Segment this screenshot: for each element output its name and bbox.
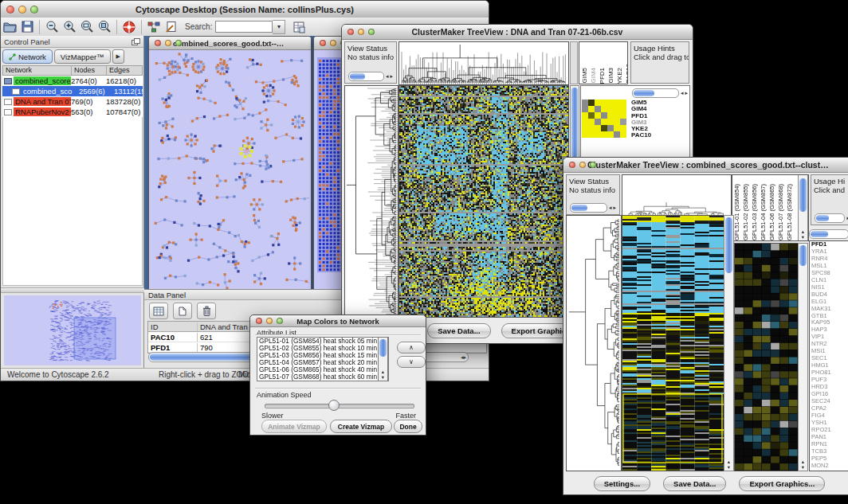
scroll-left-icon[interactable]: ◂ bbox=[681, 90, 684, 96]
move-up-button[interactable]: ∧ bbox=[397, 342, 426, 354]
column-label[interactable]: GPL51-07 (GSM868) bbox=[776, 184, 785, 240]
zoom-window-icon[interactable] bbox=[368, 29, 375, 35]
listbox-scrollbar[interactable]: ▴▾ bbox=[378, 337, 388, 381]
scrollbar-track[interactable] bbox=[570, 203, 607, 213]
new-attribute-button[interactable] bbox=[173, 303, 192, 319]
minimize-icon[interactable] bbox=[266, 318, 273, 324]
column-label[interactable]: GIM5 bbox=[581, 68, 589, 84]
column-label[interactable]: GIM4 bbox=[590, 68, 598, 84]
minimize-icon[interactable] bbox=[165, 40, 171, 46]
scroll-arrows-icon[interactable]: ▴▾ bbox=[724, 459, 733, 470]
column-network[interactable]: Network bbox=[3, 66, 72, 75]
main-titlebar[interactable]: Cytoscape Desktop (Session Name: collins… bbox=[1, 1, 489, 18]
scroll-arrows-icon[interactable]: ▴▾ bbox=[379, 369, 387, 380]
minimize-icon[interactable] bbox=[579, 162, 586, 168]
move-down-button[interactable]: ∨ bbox=[397, 356, 426, 368]
scrollbar-thumb[interactable] bbox=[634, 90, 654, 96]
minimize-icon[interactable] bbox=[330, 40, 336, 46]
tv1-zoom-heatmap[interactable] bbox=[582, 100, 626, 138]
tv1-column-dendrogram[interactable] bbox=[398, 41, 569, 85]
save-data-button[interactable]: Save Data... bbox=[427, 323, 490, 338]
usage-hints-scrollbar[interactable]: ▸ bbox=[815, 214, 848, 222]
scrollbar-thumb[interactable] bbox=[571, 205, 587, 211]
tv2-gene-hscrollbar[interactable]: ▸ bbox=[809, 229, 848, 239]
tv1-titlebar[interactable]: ClusterMaker TreeView : DNA and Tran 07-… bbox=[342, 25, 693, 40]
scrollbar-thumb[interactable] bbox=[725, 217, 732, 273]
report-button[interactable] bbox=[290, 19, 308, 35]
column-label[interactable]: GPL51-06 (GSM865) bbox=[768, 184, 776, 240]
tv2-zoom-heatmap[interactable] bbox=[734, 243, 799, 471]
float-panel-icon[interactable] bbox=[132, 38, 140, 45]
scrollbar-thumb[interactable] bbox=[799, 178, 807, 212]
column-nodes[interactable]: Nodes bbox=[72, 66, 107, 75]
search-dropdown-button[interactable]: ▾ bbox=[273, 20, 285, 34]
scrollbar-thumb[interactable] bbox=[811, 231, 828, 237]
column-label[interactable]: GPL51-03 (GSM856) bbox=[750, 184, 759, 240]
scrollbar-thumb[interactable] bbox=[379, 339, 387, 357]
tv2-titlebar[interactable]: ClusterMaker TreeView : combined_scores_… bbox=[563, 158, 848, 173]
tab-vizmapper[interactable]: VizMapper™ bbox=[54, 49, 111, 64]
dialog-titlebar[interactable]: Map Colors to Network bbox=[250, 315, 426, 327]
zoom-window-icon[interactable] bbox=[590, 162, 596, 168]
scroll-left-icon[interactable]: ◂ bbox=[609, 205, 612, 211]
column-label[interactable]: YKE2 bbox=[616, 68, 624, 84]
speed-slider-thumb[interactable] bbox=[328, 400, 340, 411]
scrollbar-thumb[interactable] bbox=[799, 245, 807, 266]
network-row[interactable]: RNAPuberNov2+ 563(0) 107847(0) bbox=[2, 107, 143, 117]
tv2-zoom-scrollbar[interactable]: ▴▾ bbox=[798, 243, 808, 471]
scrollbar-track[interactable] bbox=[348, 72, 384, 81]
attribute-listbox[interactable]: GPL51-01 (GSM854) heat shock 05 minGPL51… bbox=[257, 337, 389, 381]
minimize-icon[interactable] bbox=[358, 29, 364, 35]
save-data-button[interactable]: Save Data... bbox=[663, 476, 726, 491]
zoom-in-button[interactable] bbox=[61, 19, 78, 35]
zoom-fit-button[interactable] bbox=[78, 19, 96, 35]
tab-overflow-button[interactable]: ▶ bbox=[112, 49, 124, 64]
view-status-scrollbar[interactable]: ◂▸ bbox=[570, 204, 616, 212]
close-icon[interactable] bbox=[569, 162, 575, 168]
column-label[interactable]: GPL51-04 (GSM857) bbox=[759, 184, 768, 240]
animate-vizmap-button[interactable]: Animate Vizmap bbox=[261, 420, 327, 433]
scrollbar-track[interactable] bbox=[632, 88, 679, 98]
scroll-arrows-icon[interactable]: ▴▾ bbox=[799, 229, 807, 240]
settings-button[interactable]: Settings... bbox=[594, 476, 650, 491]
tv2-row-dendrogram[interactable] bbox=[566, 215, 622, 471]
annotation-button[interactable] bbox=[163, 19, 180, 35]
search-input[interactable] bbox=[215, 21, 273, 33]
zoom-out-button[interactable] bbox=[43, 19, 61, 35]
zoom-window-icon[interactable] bbox=[277, 318, 283, 324]
scroll-right-icon[interactable]: ▸ bbox=[390, 73, 393, 80]
tv1-zoom-hscrollbar[interactable]: ◂▸ bbox=[632, 88, 688, 97]
scrollbar-thumb[interactable] bbox=[816, 215, 829, 221]
network-graph-canvas[interactable] bbox=[149, 49, 309, 289]
done-button[interactable]: Done bbox=[394, 420, 422, 433]
scrollbar-thumb[interactable] bbox=[571, 88, 578, 158]
tv1-global-heatmap[interactable] bbox=[398, 85, 569, 318]
network-frame-titlebar[interactable]: combined_scores_good.txt--cluste... bbox=[149, 37, 311, 50]
close-icon[interactable] bbox=[256, 318, 262, 324]
save-button[interactable] bbox=[18, 19, 36, 35]
minimize-icon[interactable] bbox=[18, 6, 26, 14]
tv2-column-dendrogram[interactable] bbox=[622, 174, 732, 217]
tv2-global-heatmap[interactable] bbox=[622, 215, 724, 471]
help-button[interactable] bbox=[120, 19, 138, 35]
panel-splitter[interactable] bbox=[1, 287, 144, 293]
column-label[interactable]: PFD1 bbox=[599, 68, 607, 84]
column-label[interactable]: GIM3 bbox=[607, 68, 615, 84]
network-row[interactable]: DNA and Tran 07 769(0) 183728(0) bbox=[2, 96, 143, 107]
create-vizmap-button[interactable]: Create Vizmap bbox=[330, 420, 392, 433]
column-label[interactable]: PAC10 bbox=[625, 64, 628, 84]
network-overview-panel[interactable] bbox=[4, 295, 141, 365]
close-icon[interactable] bbox=[320, 40, 326, 46]
scrollbar-track[interactable] bbox=[809, 229, 848, 239]
select-attributes-button[interactable] bbox=[149, 303, 168, 319]
tab-network[interactable]: Network bbox=[2, 49, 53, 64]
export-graphics-button[interactable]: Export Graphics... bbox=[739, 476, 825, 491]
row-label[interactable]: PAC10 bbox=[631, 132, 689, 139]
gene-label[interactable]: MON2 bbox=[811, 463, 848, 470]
column-edges[interactable]: Edges bbox=[107, 66, 142, 75]
view-status-scrollbar[interactable]: ◂▸ bbox=[348, 72, 393, 80]
tv1-row-dendrogram[interactable] bbox=[344, 85, 398, 318]
network-row[interactable]: combined_scores 2764(0) 16218(0) bbox=[2, 76, 143, 86]
scrollbar-track[interactable] bbox=[815, 213, 845, 223]
column-label[interactable]: GPL51-08 (GSM872) bbox=[785, 184, 794, 240]
